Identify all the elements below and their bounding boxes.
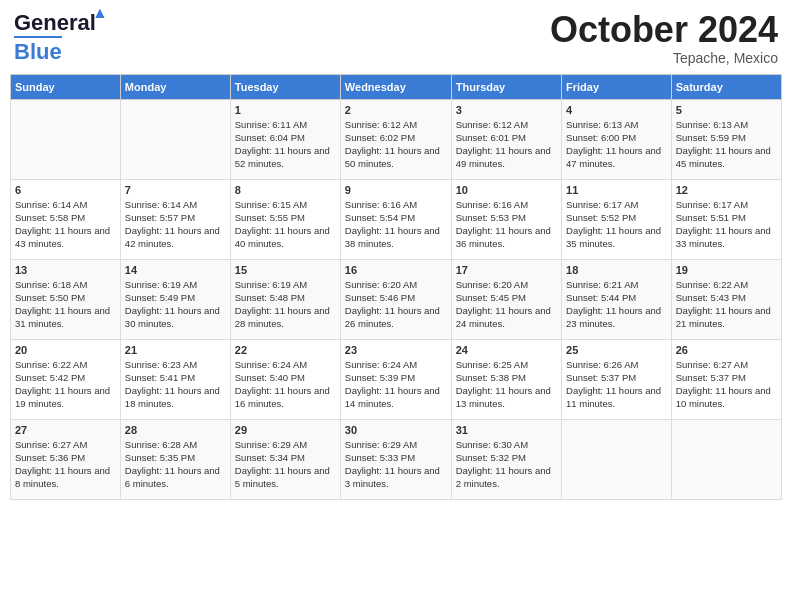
table-row [11,99,121,179]
sunrise-text: Sunrise: 6:15 AM [235,198,336,211]
daylight-text: Daylight: 11 hours and 52 minutes. [235,144,336,171]
day-info: Sunrise: 6:29 AM Sunset: 5:34 PM Dayligh… [235,438,336,491]
daylight-text: Daylight: 11 hours and 21 minutes. [676,304,777,331]
sunset-text: Sunset: 5:35 PM [125,451,226,464]
day-number: 23 [345,344,447,356]
day-info: Sunrise: 6:18 AM Sunset: 5:50 PM Dayligh… [15,278,116,331]
daylight-text: Daylight: 11 hours and 5 minutes. [235,464,336,491]
sunrise-text: Sunrise: 6:17 AM [676,198,777,211]
sunset-text: Sunset: 6:00 PM [566,131,667,144]
sunrise-text: Sunrise: 6:20 AM [456,278,557,291]
daylight-text: Daylight: 11 hours and 26 minutes. [345,304,447,331]
sunset-text: Sunset: 6:04 PM [235,131,336,144]
table-row: 6 Sunrise: 6:14 AM Sunset: 5:58 PM Dayli… [11,179,121,259]
table-row: 24 Sunrise: 6:25 AM Sunset: 5:38 PM Dayl… [451,339,561,419]
table-row: 17 Sunrise: 6:20 AM Sunset: 5:45 PM Dayl… [451,259,561,339]
daylight-text: Daylight: 11 hours and 18 minutes. [125,384,226,411]
day-number: 18 [566,264,667,276]
sunset-text: Sunset: 5:50 PM [15,291,116,304]
sunset-text: Sunset: 5:57 PM [125,211,226,224]
daylight-text: Daylight: 11 hours and 28 minutes. [235,304,336,331]
day-info: Sunrise: 6:13 AM Sunset: 5:59 PM Dayligh… [676,118,777,171]
logo-bird-icon: ▲ [92,4,108,22]
daylight-text: Daylight: 11 hours and 33 minutes. [676,224,777,251]
sunset-text: Sunset: 5:48 PM [235,291,336,304]
table-row: 30 Sunrise: 6:29 AM Sunset: 5:33 PM Dayl… [340,419,451,499]
day-number: 9 [345,184,447,196]
sunset-text: Sunset: 5:32 PM [456,451,557,464]
day-number: 30 [345,424,447,436]
day-info: Sunrise: 6:14 AM Sunset: 5:57 PM Dayligh… [125,198,226,251]
day-number: 22 [235,344,336,356]
table-row [120,99,230,179]
day-number: 7 [125,184,226,196]
daylight-text: Daylight: 11 hours and 13 minutes. [456,384,557,411]
sunset-text: Sunset: 5:41 PM [125,371,226,384]
sunset-text: Sunset: 6:01 PM [456,131,557,144]
day-info: Sunrise: 6:20 AM Sunset: 5:45 PM Dayligh… [456,278,557,331]
day-number: 21 [125,344,226,356]
daylight-text: Daylight: 11 hours and 6 minutes. [125,464,226,491]
sunset-text: Sunset: 5:36 PM [15,451,116,464]
daylight-text: Daylight: 11 hours and 23 minutes. [566,304,667,331]
page-header: General ▲ Blue October 2024 Tepache, Mex… [10,10,782,66]
sunset-text: Sunset: 5:46 PM [345,291,447,304]
daylight-text: Daylight: 11 hours and 42 minutes. [125,224,226,251]
table-row: 4 Sunrise: 6:13 AM Sunset: 6:00 PM Dayli… [562,99,672,179]
sunset-text: Sunset: 5:58 PM [15,211,116,224]
day-number: 19 [676,264,777,276]
calendar-week-row: 6 Sunrise: 6:14 AM Sunset: 5:58 PM Dayli… [11,179,782,259]
sunrise-text: Sunrise: 6:28 AM [125,438,226,451]
col-thursday: Thursday [451,74,561,99]
day-info: Sunrise: 6:30 AM Sunset: 5:32 PM Dayligh… [456,438,557,491]
calendar-week-row: 1 Sunrise: 6:11 AM Sunset: 6:04 PM Dayli… [11,99,782,179]
sunset-text: Sunset: 5:52 PM [566,211,667,224]
day-info: Sunrise: 6:22 AM Sunset: 5:43 PM Dayligh… [676,278,777,331]
day-number: 29 [235,424,336,436]
daylight-text: Daylight: 11 hours and 43 minutes. [15,224,116,251]
sunrise-text: Sunrise: 6:11 AM [235,118,336,131]
table-row: 15 Sunrise: 6:19 AM Sunset: 5:48 PM Dayl… [230,259,340,339]
day-info: Sunrise: 6:17 AM Sunset: 5:51 PM Dayligh… [676,198,777,251]
day-info: Sunrise: 6:15 AM Sunset: 5:55 PM Dayligh… [235,198,336,251]
day-number: 20 [15,344,116,356]
table-row [562,419,672,499]
table-row: 31 Sunrise: 6:30 AM Sunset: 5:32 PM Dayl… [451,419,561,499]
table-row: 2 Sunrise: 6:12 AM Sunset: 6:02 PM Dayli… [340,99,451,179]
sunset-text: Sunset: 5:44 PM [566,291,667,304]
day-info: Sunrise: 6:24 AM Sunset: 5:40 PM Dayligh… [235,358,336,411]
day-number: 8 [235,184,336,196]
sunrise-text: Sunrise: 6:27 AM [676,358,777,371]
day-info: Sunrise: 6:20 AM Sunset: 5:46 PM Dayligh… [345,278,447,331]
sunset-text: Sunset: 5:40 PM [235,371,336,384]
day-info: Sunrise: 6:25 AM Sunset: 5:38 PM Dayligh… [456,358,557,411]
table-row: 9 Sunrise: 6:16 AM Sunset: 5:54 PM Dayli… [340,179,451,259]
table-row: 23 Sunrise: 6:24 AM Sunset: 5:39 PM Dayl… [340,339,451,419]
sunrise-text: Sunrise: 6:20 AM [345,278,447,291]
table-row: 18 Sunrise: 6:21 AM Sunset: 5:44 PM Dayl… [562,259,672,339]
daylight-text: Daylight: 11 hours and 3 minutes. [345,464,447,491]
day-info: Sunrise: 6:16 AM Sunset: 5:53 PM Dayligh… [456,198,557,251]
sunrise-text: Sunrise: 6:18 AM [15,278,116,291]
daylight-text: Daylight: 11 hours and 8 minutes. [15,464,116,491]
daylight-text: Daylight: 11 hours and 36 minutes. [456,224,557,251]
day-number: 31 [456,424,557,436]
day-info: Sunrise: 6:11 AM Sunset: 6:04 PM Dayligh… [235,118,336,171]
daylight-text: Daylight: 11 hours and 10 minutes. [676,384,777,411]
table-row: 27 Sunrise: 6:27 AM Sunset: 5:36 PM Dayl… [11,419,121,499]
day-info: Sunrise: 6:22 AM Sunset: 5:42 PM Dayligh… [15,358,116,411]
title-block: October 2024 Tepache, Mexico [550,10,778,66]
table-row: 5 Sunrise: 6:13 AM Sunset: 5:59 PM Dayli… [671,99,781,179]
sunrise-text: Sunrise: 6:12 AM [345,118,447,131]
sunset-text: Sunset: 6:02 PM [345,131,447,144]
daylight-text: Daylight: 11 hours and 45 minutes. [676,144,777,171]
table-row: 11 Sunrise: 6:17 AM Sunset: 5:52 PM Dayl… [562,179,672,259]
daylight-text: Daylight: 11 hours and 19 minutes. [15,384,116,411]
sunset-text: Sunset: 5:42 PM [15,371,116,384]
sunrise-text: Sunrise: 6:19 AM [235,278,336,291]
sunrise-text: Sunrise: 6:29 AM [235,438,336,451]
table-row: 8 Sunrise: 6:15 AM Sunset: 5:55 PM Dayli… [230,179,340,259]
day-number: 13 [15,264,116,276]
day-number: 2 [345,104,447,116]
daylight-text: Daylight: 11 hours and 47 minutes. [566,144,667,171]
